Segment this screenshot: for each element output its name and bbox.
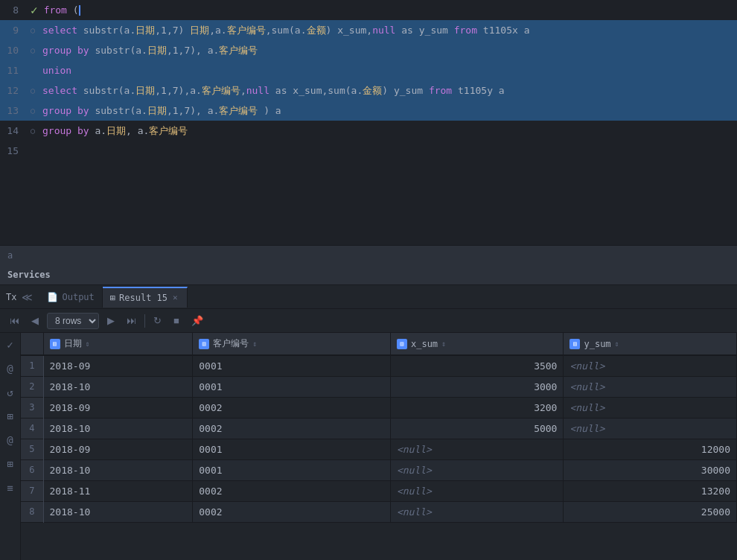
xsum-cell: 3000 (390, 376, 564, 397)
line-content-10: group by substr(a.日期,1,7), a.客户编号 (39, 44, 737, 57)
xsum-sort-icon[interactable]: ⇕ (441, 340, 446, 348)
tab-close-icon[interactable]: ✕ (171, 292, 179, 303)
th-customer[interactable]: ▤ 客户编号 ⇕ (193, 333, 391, 355)
xsum-cell: 5000 (390, 418, 564, 439)
th-xsum[interactable]: ▤ x_sum ⇕ (390, 333, 564, 355)
table-row[interactable]: 42018-1000025000<null> (21, 418, 737, 439)
table-row[interactable]: 72018-110002<null>13200 (21, 480, 737, 501)
table-row[interactable]: 52018-090001<null>12000 (21, 439, 737, 459)
menu-icon[interactable]: ≡ (4, 479, 16, 497)
line-content-13: group by substr(a.日期,1,7), a.客户编号 ) a (39, 104, 737, 118)
date-col-label: 日期 (64, 337, 82, 350)
code-line-14: 14○group by a.日期, a.客户编号 (0, 121, 737, 141)
row-num-cell: 3 (21, 397, 43, 418)
ysum-cell: 12000 (564, 439, 737, 459)
fold-icon-13[interactable]: ○ (31, 106, 35, 115)
toolbar-separator (144, 314, 145, 328)
ysum-cell: 25000 (564, 501, 737, 522)
result-toolbar: ⏮ ◀ 8 rows ▶ ⏭ ↻ ■ 📌 (0, 309, 737, 333)
code-line-13: 13○group by substr(a.日期,1,7), a.客户编号 ) a (0, 101, 737, 121)
ysum-null-cell: <null> (564, 376, 737, 397)
code-lines: 8✓from (9○select substr(a.日期,1,7) 日期,a.客… (0, 0, 737, 245)
xsum-null-cell: <null> (390, 459, 564, 480)
prev-row-button[interactable]: ◀ (28, 313, 42, 328)
at-icon[interactable]: @ (4, 360, 16, 378)
line-content-8: from ( (41, 4, 737, 16)
table-row[interactable]: 82018-100002<null>25000 (21, 501, 737, 522)
date-cell: 2018-10 (43, 376, 193, 397)
row-num-cell: 1 (21, 355, 43, 376)
next-row-button[interactable]: ▶ (103, 313, 118, 328)
fold-icon-10[interactable]: ○ (31, 46, 35, 54)
table-row[interactable]: 12018-0900013500<null> (21, 355, 737, 376)
tab-output[interactable]: 📄 Output (39, 287, 102, 308)
services-title: Services (7, 270, 51, 280)
row-num-cell: 5 (21, 439, 43, 459)
tab-prev-arrow[interactable]: ≪ (19, 290, 35, 305)
line-gutter-10: ○ (26, 46, 39, 54)
customer-cell: 0002 (193, 501, 391, 522)
pin-button[interactable]: 📌 (188, 313, 207, 328)
ysum-sort-icon[interactable]: ⇕ (615, 340, 619, 348)
customer-cell: 0001 (193, 439, 391, 459)
first-row-button[interactable]: ⏮ (6, 313, 23, 328)
code-line-15: 15 (0, 141, 737, 161)
result-table-wrapper[interactable]: ▤ 日期 ⇕ ▤ 客户编号 ⇕ (21, 333, 737, 560)
line-content-11: union (39, 65, 737, 76)
line-number-11: 11 (0, 65, 26, 76)
line-number-10: 10 (0, 45, 26, 56)
date-cell: 2018-09 (43, 397, 193, 418)
xsum-null-cell: <null> (390, 439, 564, 459)
services-header: Services (0, 264, 737, 285)
date-cell: 2018-09 (43, 355, 193, 376)
customer-cell: 0002 (193, 418, 391, 439)
line-gutter-9: ○ (26, 26, 39, 34)
ysum-col-label: y_sum (584, 339, 610, 349)
customer-cell: 0001 (193, 376, 391, 397)
fold-icon-14[interactable]: ○ (31, 127, 35, 135)
refresh-icon[interactable]: ↺ (4, 384, 16, 401)
grid2-icon[interactable]: ⊞ (4, 455, 16, 473)
line-content-9: select substr(a.日期,1,7) 日期,a.客户编号,sum(a.… (39, 24, 737, 37)
ysum-null-cell: <null> (564, 355, 737, 376)
date-cell: 2018-09 (43, 439, 193, 459)
xsum-col-label: x_sum (411, 339, 438, 349)
row-num-cell: 7 (21, 480, 43, 501)
date-sort-icon[interactable]: ⇕ (86, 340, 90, 348)
row-num-cell: 6 (21, 459, 43, 480)
refresh-button[interactable]: ↻ (150, 313, 165, 328)
th-date[interactable]: ▤ 日期 ⇕ (43, 333, 193, 355)
tab-controls: Tx ≪ (3, 290, 35, 305)
check-icon[interactable]: ✓ (4, 336, 16, 354)
date-cell: 2018-10 (43, 459, 193, 480)
date-col-icon: ▤ (50, 339, 60, 349)
ysum-null-cell: <null> (564, 418, 737, 439)
customer-sort-icon[interactable]: ⇕ (252, 340, 257, 348)
fold-icon-9[interactable]: ○ (31, 26, 35, 34)
table-body: 12018-0900013500<null>22018-1000013000<n… (21, 355, 737, 522)
text-cursor (79, 5, 80, 16)
line-gutter-13: ○ (26, 106, 39, 115)
tab-output-label: Output (62, 292, 94, 302)
xsum-cell: 3500 (390, 355, 564, 376)
tab-result15[interactable]: ⊞ Result 15 ✕ (103, 287, 188, 308)
last-row-button[interactable]: ⏭ (123, 313, 140, 328)
code-line-10: 10○group by substr(a.日期,1,7), a.客户编号 (0, 40, 737, 60)
table-row[interactable]: 62018-100001<null>30000 (21, 459, 737, 480)
tab-result-label: Result 15 (119, 293, 168, 303)
xsum-null-cell: <null> (390, 501, 564, 522)
th-ysum[interactable]: ▤ y_sum ⇕ (564, 333, 737, 355)
ysum-col-icon: ▤ (570, 339, 580, 349)
left-sidebar: ✓ @ ↺ ⊞ @ ⊞ ≡ (0, 333, 21, 560)
at2-icon[interactable]: @ (4, 431, 16, 449)
grid-icon[interactable]: ⊞ (4, 407, 16, 425)
table-row[interactable]: 32018-0900023200<null> (21, 397, 737, 418)
rows-selector[interactable]: 8 rows (47, 313, 99, 329)
line-gutter-12: ○ (26, 86, 39, 95)
fold-icon-12[interactable]: ○ (31, 86, 35, 95)
ysum-null-cell: <null> (564, 397, 737, 418)
table-row[interactable]: 22018-1000013000<null> (21, 376, 737, 397)
stop-button[interactable]: ■ (170, 313, 183, 328)
line-gutter-14: ○ (26, 127, 39, 135)
line-number-14: 14 (0, 125, 26, 136)
